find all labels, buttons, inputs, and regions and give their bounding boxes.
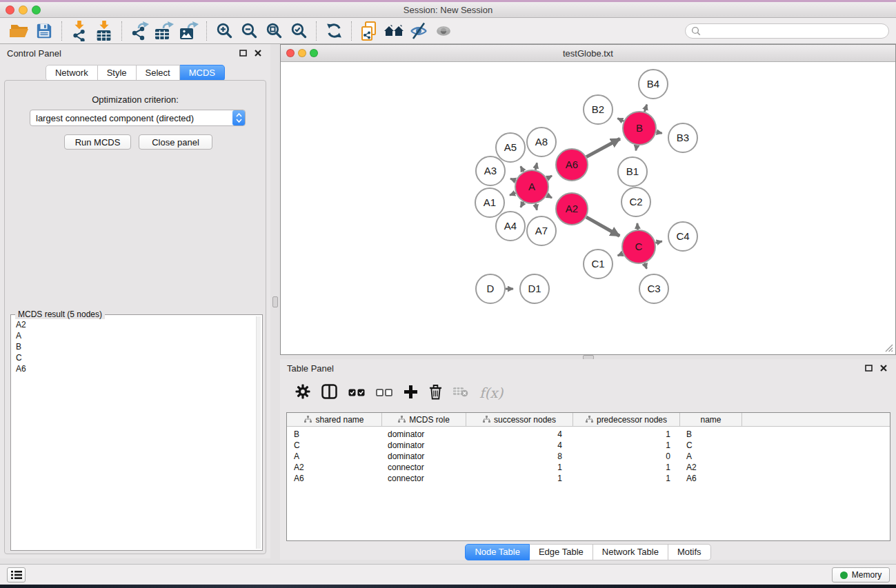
close-panel-button[interactable]	[878, 363, 889, 373]
graph-edge[interactable]	[637, 223, 638, 230]
table-row[interactable]: Cdominator41C	[287, 440, 890, 451]
graph-edge[interactable]	[510, 179, 516, 181]
export-network-button[interactable]	[127, 20, 152, 42]
select-all-button[interactable]	[348, 387, 365, 399]
network-window-titlebar[interactable]: testGlobe.txt	[281, 45, 895, 62]
save-session-button[interactable]	[32, 20, 57, 42]
network-canvas[interactable]: AA6A2BCA1A3A4A5A7A8B1B2B3B4C1C2C3C4DD1	[281, 62, 895, 354]
show-columns-button[interactable]	[321, 384, 337, 402]
close-panel-action-button[interactable]: Close panel	[139, 134, 212, 150]
column-header[interactable]: shared name	[287, 413, 382, 426]
graph-edge[interactable]	[521, 166, 524, 172]
refresh-view-button[interactable]	[321, 20, 346, 42]
column-header[interactable]: predecessor nodes	[573, 413, 680, 426]
memory-label: Memory	[852, 570, 882, 580]
delete-table-button[interactable]	[453, 386, 468, 400]
plus-icon	[404, 385, 418, 399]
float-panel-button[interactable]	[863, 363, 874, 373]
resize-grip-icon[interactable]	[884, 343, 893, 352]
table-row[interactable]: Bdominator41B	[287, 429, 890, 440]
close-panel-button[interactable]	[252, 48, 263, 58]
table-row[interactable]: Adominator80A	[287, 451, 890, 462]
tab-network-table[interactable]: Network Table	[593, 544, 668, 560]
graph-node-label: A6	[566, 159, 578, 170]
list-item[interactable]: B	[16, 341, 255, 352]
search-input[interactable]	[701, 26, 883, 36]
graph-node-label: A7	[535, 225, 548, 236]
search-icon	[691, 26, 701, 36]
table-row[interactable]: A6connector11A6	[287, 473, 890, 484]
mcds-result-list[interactable]: A2 A B C A6	[12, 316, 255, 549]
new-network-from-selection-button[interactable]	[357, 20, 381, 42]
column-header[interactable]: successor nodes	[466, 413, 573, 426]
delete-column-button[interactable]	[429, 384, 442, 403]
graph-edge[interactable]	[655, 241, 661, 243]
table-panel-title: Table Panel	[287, 363, 334, 374]
graph-edge[interactable]	[586, 217, 619, 236]
home-button[interactable]	[381, 20, 406, 42]
tab-node-table[interactable]: Node Table	[465, 544, 530, 560]
zoom-selected-button[interactable]	[286, 20, 311, 42]
graph-edge[interactable]	[547, 176, 552, 179]
network-graph[interactable]: AA6A2BCA1A3A4A5A7A8B1B2B3B4C1C2C3C4DD1	[281, 62, 895, 354]
graph-edge[interactable]	[535, 163, 537, 170]
split-pane-grip[interactable]	[272, 296, 278, 307]
export-table-button[interactable]	[152, 20, 177, 42]
graph-edge[interactable]	[644, 105, 646, 112]
column-header[interactable]: name	[680, 413, 742, 426]
column-header[interactable]: MCDS role	[382, 413, 466, 426]
toolbar-separator	[61, 21, 62, 41]
graph-edge[interactable]	[617, 119, 624, 121]
import-table-button[interactable]	[92, 20, 117, 42]
run-mcds-button[interactable]: Run MCDS	[64, 134, 131, 150]
zoom-fit-button[interactable]	[261, 20, 286, 42]
unselect-all-button[interactable]	[376, 387, 392, 399]
graph-edge[interactable]	[547, 195, 552, 198]
export-image-button[interactable]	[177, 20, 201, 42]
zoom-out-button[interactable]	[237, 20, 261, 42]
list-item[interactable]: A	[16, 330, 255, 341]
tab-style[interactable]: Style	[98, 65, 137, 81]
graph-edge[interactable]	[636, 145, 637, 151]
graph-node-label: B4	[647, 78, 659, 90]
graph-node-label: D1	[528, 283, 541, 294]
list-item[interactable]: A6	[16, 363, 255, 374]
graph-edge[interactable]	[644, 263, 646, 269]
graph-edge[interactable]	[510, 193, 516, 195]
home-icon	[384, 23, 404, 39]
table-row[interactable]: A2connector11A2	[287, 462, 890, 473]
tab-mcds[interactable]: MCDS	[180, 65, 225, 81]
criterion-select[interactable]: largest connected component (directed)	[30, 110, 246, 126]
graph-edge[interactable]	[521, 202, 524, 207]
import-network-button[interactable]	[67, 20, 92, 42]
graph-edge[interactable]	[618, 254, 623, 256]
function-builder-button[interactable]: f(x)	[479, 385, 503, 401]
close-icon	[255, 50, 261, 57]
delete-table-icon	[453, 386, 468, 397]
task-history-button[interactable]	[7, 567, 26, 582]
float-panel-button[interactable]	[237, 48, 248, 58]
tab-select[interactable]: Select	[137, 65, 180, 81]
attribute-icon	[304, 416, 312, 423]
show-details-button[interactable]	[431, 20, 456, 42]
graph-edge[interactable]	[586, 139, 620, 156]
zoom-in-button[interactable]	[212, 20, 237, 42]
columns-icon	[321, 384, 337, 399]
tab-network[interactable]: Network	[46, 65, 98, 81]
memory-status-dot	[840, 571, 848, 579]
hide-details-button[interactable]	[406, 20, 431, 42]
table-settings-button[interactable]	[295, 384, 310, 402]
graph-node-label: A2	[566, 203, 578, 214]
graph-edge[interactable]	[656, 132, 661, 133]
graph-edge[interactable]	[535, 203, 537, 210]
open-session-button[interactable]	[7, 20, 32, 42]
memory-button[interactable]: Memory	[832, 567, 890, 582]
scrollbar[interactable]	[256, 316, 261, 549]
trash-icon	[429, 384, 442, 400]
search-box[interactable]	[685, 23, 889, 39]
list-item[interactable]: A2	[16, 319, 255, 330]
list-item[interactable]: C	[16, 352, 255, 363]
add-column-button[interactable]	[404, 385, 418, 402]
tab-edge-table[interactable]: Edge Table	[530, 544, 593, 560]
tab-motifs[interactable]: Motifs	[668, 544, 711, 560]
